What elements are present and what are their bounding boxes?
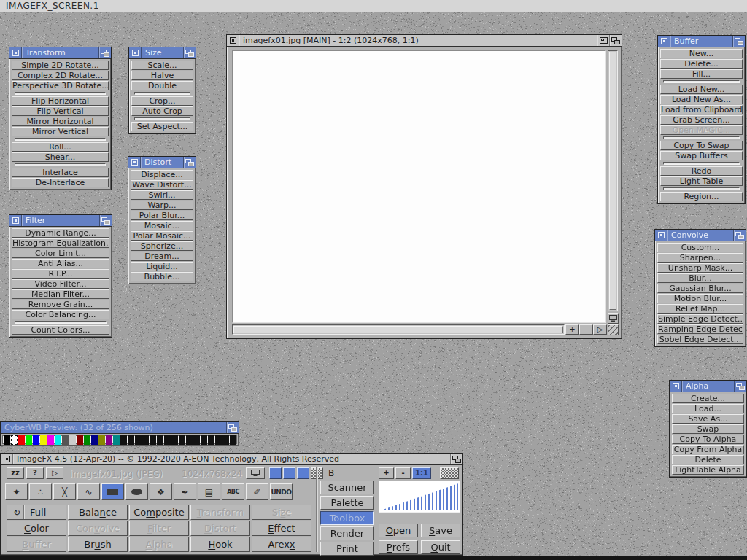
depth-gadget[interactable] <box>733 230 746 241</box>
pan-button[interactable]: ▷ <box>593 324 607 335</box>
depth-gadget[interactable] <box>732 36 745 47</box>
button-delete[interactable]: Delete... <box>660 59 743 69</box>
zoom-gadget[interactable] <box>597 35 609 46</box>
button-double[interactable]: Double <box>131 81 193 90</box>
button-shear[interactable]: Shear... <box>12 152 109 162</box>
button-dream[interactable]: Dream... <box>131 252 193 261</box>
close-gadget[interactable] <box>655 230 667 241</box>
play-button[interactable]: ▷ <box>46 467 63 479</box>
color-swatch[interactable] <box>135 435 142 445</box>
color-swatch[interactable] <box>4 435 10 445</box>
quit-button[interactable]: Quit <box>421 540 460 554</box>
button-redo[interactable]: Redo <box>660 166 743 176</box>
button-anti-alias[interactable]: Anti Alias... <box>12 259 109 268</box>
brush-tool[interactable]: ✒ <box>174 483 196 500</box>
button-region[interactable]: Region... <box>660 192 743 201</box>
button-liquid[interactable]: Liquid... <box>131 262 193 271</box>
buffer-titlebar[interactable]: Buffer <box>658 36 745 47</box>
button-count-colors[interactable]: Count Colors... <box>12 325 109 335</box>
panel-toggle-arexx[interactable]: Arexx <box>252 537 311 552</box>
screen-mode-gadget[interactable] <box>608 313 619 324</box>
button-flip-vertical[interactable]: Flip Vertical <box>12 106 109 116</box>
button-r-i-p[interactable]: R.I.P... <box>12 269 109 279</box>
color-swatch[interactable] <box>230 435 236 445</box>
page-button-scanner[interactable]: Scanner <box>320 481 374 494</box>
color-swatch[interactable] <box>98 435 105 445</box>
color-swatch[interactable] <box>18 435 25 445</box>
depth-gadget[interactable] <box>226 422 239 433</box>
blue-channel-button[interactable] <box>297 467 309 479</box>
depth-gadget[interactable] <box>98 47 111 58</box>
button-custom[interactable]: Custom... <box>657 243 743 252</box>
button-auto-crop[interactable]: Auto Crop <box>131 106 193 116</box>
ellipse-tool[interactable] <box>125 483 148 500</box>
magnify-in-button[interactable]: + <box>379 467 394 479</box>
button-dynamic-range[interactable]: Dynamic Range... <box>12 228 109 238</box>
color-swatch[interactable] <box>128 435 134 445</box>
undo-button[interactable]: UNDO <box>270 483 293 500</box>
zoom-out-button[interactable]: - <box>579 324 593 335</box>
vertical-scrollbar[interactable] <box>608 50 618 311</box>
button-halve[interactable]: Halve <box>131 71 193 80</box>
color-swatch[interactable] <box>157 435 163 445</box>
button-save-as[interactable]: Save As... <box>672 414 744 424</box>
button-copy-to-alpha[interactable]: Copy To Alpha <box>672 435 744 444</box>
filter-titlebar[interactable]: Filter <box>9 215 112 227</box>
color-swatch[interactable] <box>106 435 112 445</box>
button-create[interactable]: Create... <box>672 394 744 403</box>
button-displace[interactable]: Displace... <box>131 170 193 179</box>
page-button-toolbox[interactable]: Toolbox <box>320 511 374 525</box>
button-copy-from-alpha[interactable]: Copy From Alpha <box>672 445 744 454</box>
panel-toggle-balance[interactable]: Balance <box>68 505 128 520</box>
button-sobel-edge-detect[interactable]: Sobel Edge Detect... <box>657 335 743 344</box>
depth-gadget[interactable] <box>183 157 196 168</box>
color-swatch[interactable] <box>150 435 156 445</box>
polyline-tool[interactable]: ╳ <box>53 483 76 500</box>
size-titlebar[interactable]: Size <box>129 47 196 59</box>
color-swatch[interactable] <box>77 435 83 445</box>
button-crop[interactable]: Crop... <box>131 96 193 106</box>
color-swatch[interactable] <box>84 435 90 445</box>
color-swatch[interactable] <box>47 435 54 445</box>
button-sharpen[interactable]: Sharpen... <box>657 253 743 262</box>
button-wave-distort[interactable]: Wave Distort... <box>131 180 193 190</box>
color-swatch[interactable] <box>171 435 178 445</box>
button-remove-grain[interactable]: Remove Grain... <box>12 300 109 309</box>
button-mirror-vertical[interactable]: Mirror Vertical <box>12 127 109 136</box>
button-color-limit[interactable]: Color Limit... <box>12 249 109 258</box>
display-button[interactable] <box>246 467 265 479</box>
one-to-one-button[interactable]: 1:1 <box>412 467 431 479</box>
color-swatch[interactable] <box>11 435 18 445</box>
image-canvas[interactable] <box>232 50 606 323</box>
button-perspective-3d-rotate[interactable]: Perspective 3D Rotate... <box>12 81 109 90</box>
page-button-render[interactable]: Render <box>320 526 374 540</box>
depth-gadget[interactable] <box>734 381 746 392</box>
button-light-table[interactable]: Light Table <box>660 176 743 186</box>
depth-gadget[interactable] <box>99 215 112 226</box>
depth-gadget[interactable] <box>450 454 462 464</box>
color-swatch[interactable] <box>215 435 222 445</box>
save-button[interactable]: Save <box>421 524 460 537</box>
freehand-tool[interactable]: ∴ <box>29 483 52 500</box>
button-ramping-edge-detect[interactable]: Ramping Edge Detect <box>657 324 743 334</box>
button-new[interactable]: New... <box>660 49 743 58</box>
button-copy-to-swap[interactable]: Copy To Swap <box>660 141 743 150</box>
button-scale[interactable]: Scale... <box>131 61 193 70</box>
color-swatch[interactable] <box>201 435 207 445</box>
resize-gadget[interactable] <box>608 324 619 335</box>
close-gadget[interactable] <box>227 35 239 46</box>
button-motion-blur[interactable]: Motion Blur... <box>657 294 743 303</box>
color-swatch[interactable] <box>33 435 39 445</box>
panel-toggle-color[interactable]: Color <box>7 521 66 536</box>
button-relief-map[interactable]: Relief Map... <box>657 304 743 314</box>
button-video-filter[interactable]: Video Filter... <box>12 279 109 289</box>
button-roll[interactable]: Roll... <box>12 142 109 152</box>
button-median-filter[interactable]: Median Filter... <box>12 289 109 299</box>
magnify-out-button[interactable]: - <box>395 467 411 479</box>
image-window-titlebar[interactable]: imagefx01.jpg [MAIN] - 1:2 (1024x768, 1:… <box>227 35 622 47</box>
button-load-new-as[interactable]: Load New As... <box>660 95 743 104</box>
color-swatch[interactable] <box>193 435 200 445</box>
button-mirror-horizontal[interactable]: Mirror Horizontal <box>12 117 109 126</box>
button-swap[interactable]: Swap <box>672 424 744 434</box>
button-load[interactable]: Load... <box>672 404 744 413</box>
